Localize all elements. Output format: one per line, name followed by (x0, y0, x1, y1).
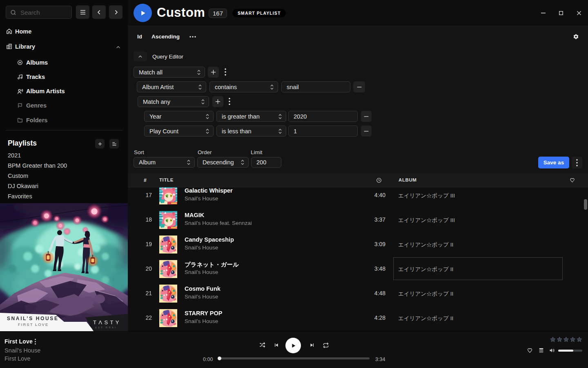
svg-text:TΛSTY: TΛSTY (93, 319, 121, 325)
svg-text:SNAIL’S HOUSE: SNAIL’S HOUSE (7, 316, 58, 321)
svg-text:ΞΞT.ΠΠXI: ΞΞT.ΠΠXI (95, 326, 117, 329)
svg-text:FIRST LOVE: FIRST LOVE (18, 322, 49, 327)
